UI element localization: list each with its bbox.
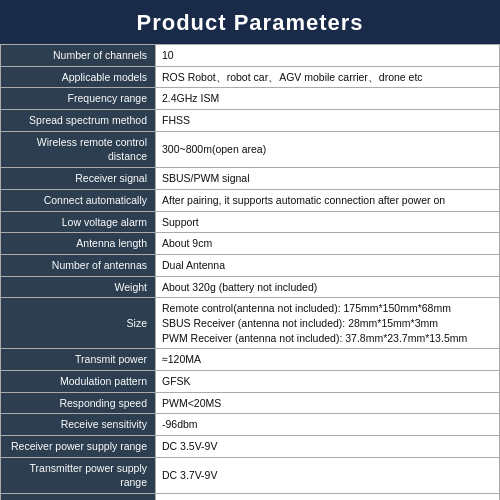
param-label: Spread spectrum method	[1, 110, 156, 132]
table-row: Frequency range2.4GHz ISM	[1, 88, 500, 110]
param-value: DC 3.7V-9V	[156, 457, 500, 493]
param-label: Transmit power	[1, 349, 156, 371]
param-label: Frequency range	[1, 88, 156, 110]
param-label: Connect automatically	[1, 189, 156, 211]
table-row: Power supply methodAA battery*4 or lithi…	[1, 494, 500, 500]
table-row: Responding speedPWM<20MS	[1, 392, 500, 414]
param-value: About 320g (battery not included)	[156, 276, 500, 298]
table-row: Low voltage alarmSupport	[1, 211, 500, 233]
param-value: FHSS	[156, 110, 500, 132]
param-label: Receiver power supply range	[1, 436, 156, 458]
param-value: 300~800m(open area)	[156, 131, 500, 167]
param-label: Responding speed	[1, 392, 156, 414]
param-value: SBUS/PWM signal	[156, 168, 500, 190]
table-row: Number of antennasDual Antenna	[1, 254, 500, 276]
table-row: Receive sensitivity-96dbm	[1, 414, 500, 436]
param-value: After pairing, it supports automatic con…	[156, 189, 500, 211]
page-title: Product Parameters	[0, 10, 500, 36]
table-row: Number of channels10	[1, 45, 500, 67]
param-label: Modulation pattern	[1, 371, 156, 393]
param-label: Number of antennas	[1, 254, 156, 276]
table-row: Transmit power≈120MA	[1, 349, 500, 371]
param-value: Support	[156, 211, 500, 233]
param-value: About 9cm	[156, 233, 500, 255]
table-row: Connect automaticallyAfter pairing, it s…	[1, 189, 500, 211]
param-value: DC 3.5V-9V	[156, 436, 500, 458]
param-value: ≈120MA	[156, 349, 500, 371]
param-value: 10	[156, 45, 500, 67]
param-label: Receiver signal	[1, 168, 156, 190]
param-value: AA battery*4 or lithium battery	[156, 494, 500, 500]
table-row: Receiver power supply rangeDC 3.5V-9V	[1, 436, 500, 458]
table-row: Modulation patternGFSK	[1, 371, 500, 393]
param-value: 2.4GHz ISM	[156, 88, 500, 110]
param-label: Transmitter power supply range	[1, 457, 156, 493]
param-label: Power supply method	[1, 494, 156, 500]
table-row: WeightAbout 320g (battery not included)	[1, 276, 500, 298]
param-label: Antenna length	[1, 233, 156, 255]
table-row: Spread spectrum methodFHSS	[1, 110, 500, 132]
param-value: GFSK	[156, 371, 500, 393]
table-row: Antenna lengthAbout 9cm	[1, 233, 500, 255]
params-table: Number of channels10Applicable modelsROS…	[0, 44, 500, 500]
param-value: Dual Antenna	[156, 254, 500, 276]
param-label: Applicable models	[1, 66, 156, 88]
table-row: Wireless remote control distance300~800m…	[1, 131, 500, 167]
param-label: Size	[1, 298, 156, 349]
header: Product Parameters	[0, 0, 500, 44]
param-label: Weight	[1, 276, 156, 298]
param-value: ROS Robot、robot car、AGV mobile carrier、d…	[156, 66, 500, 88]
param-label: Low voltage alarm	[1, 211, 156, 233]
param-value: -96dbm	[156, 414, 500, 436]
table-row: SizeRemote control(antenna not included)…	[1, 298, 500, 349]
table-row: Receiver signalSBUS/PWM signal	[1, 168, 500, 190]
param-value: Remote control(antenna not included): 17…	[156, 298, 500, 349]
table-row: Transmitter power supply rangeDC 3.7V-9V	[1, 457, 500, 493]
table-wrap: Number of channels10Applicable modelsROS…	[0, 44, 500, 500]
param-value: PWM<20MS	[156, 392, 500, 414]
page: Product Parameters Number of channels10A…	[0, 0, 500, 500]
param-label: Number of channels	[1, 45, 156, 67]
param-label: Receive sensitivity	[1, 414, 156, 436]
table-row: Applicable modelsROS Robot、robot car、AGV…	[1, 66, 500, 88]
param-label: Wireless remote control distance	[1, 131, 156, 167]
